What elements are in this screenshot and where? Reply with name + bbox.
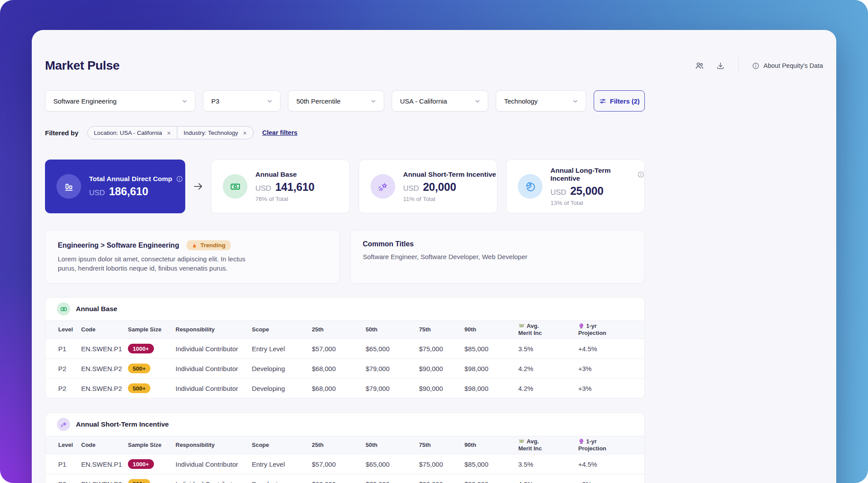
- stat-card-text: Total Annual Direct Comp USD 186,610: [89, 175, 183, 198]
- cell-p90: $98,000: [464, 379, 518, 398]
- column-header: Code: [81, 436, 128, 454]
- close-icon[interactable]: ×: [243, 130, 247, 136]
- common-titles-card: Common Titles Software Engineer, Softwar…: [350, 230, 645, 284]
- download-icon[interactable]: [716, 61, 725, 71]
- cell-p90: $85,000: [464, 454, 518, 474]
- cell-responsibility: Individual Contributor: [176, 454, 252, 474]
- clear-filters-link[interactable]: Clear filters: [262, 129, 298, 136]
- sample-size-badge: 500+: [128, 364, 150, 373]
- sample-size-badge: 500+: [128, 383, 150, 393]
- stat-title: Annual Short-Term Incentive: [403, 171, 496, 178]
- percentile-select[interactable]: 50th Percentile: [288, 90, 384, 111]
- banknote-icon: [57, 302, 70, 316]
- cell-responsibility: Individual Contributor: [176, 474, 252, 483]
- column-header: Code: [81, 321, 128, 339]
- stat-title: Annual Long-Term Incentive: [550, 167, 634, 182]
- annual-base-section: Annual Base LevelCodeSample SizeResponsi…: [45, 297, 645, 398]
- filters-button[interactable]: Filters (2): [594, 90, 645, 111]
- topbar: Market Pulse About Pequity's Data: [45, 57, 823, 74]
- info-icon[interactable]: [176, 175, 183, 182]
- money-wings-icon: [518, 323, 527, 329]
- stat-value: 186,610: [109, 185, 148, 198]
- job-family-select[interactable]: Software Engineering: [45, 90, 195, 111]
- page-title: Market Pulse: [45, 59, 120, 73]
- cell-p75: $75,000: [419, 339, 464, 359]
- chevron-down-icon: [181, 98, 188, 104]
- stat-card-long-term-incentive: Annual Long-Term Incentive USD 25,000 13…: [506, 160, 645, 213]
- cell-level: P1: [45, 339, 81, 359]
- cell-level: P2: [45, 474, 81, 483]
- bar-chart-icon: [56, 174, 81, 199]
- stat-card-short-term-incentive: Annual Short-Term Incentive USD 20,000 1…: [359, 160, 498, 213]
- filter-chip-location[interactable]: Location: USA - California ×: [87, 126, 177, 139]
- industry-select[interactable]: Technology: [496, 90, 586, 111]
- crystal-ball-icon: [578, 438, 586, 445]
- arrow-right-icon: [185, 160, 211, 213]
- stat-value: 20,000: [423, 181, 456, 193]
- filtered-by-row: Filtered by Location: USA - California ×…: [45, 126, 823, 139]
- industry-select-value: Technology: [504, 97, 538, 105]
- stat-card-text: Annual Base USD 141,610 76% of Total: [255, 171, 314, 202]
- cell-sample: 1000+: [128, 339, 176, 359]
- stat-currency: USD: [403, 184, 419, 193]
- cell-responsibility: Individual Contributor: [176, 359, 252, 379]
- stat-cards-row: Total Annual Direct Comp USD 186,610: [45, 160, 645, 213]
- chevron-down-icon: [370, 98, 377, 104]
- cell-scope: Entry Level: [252, 454, 312, 474]
- column-header: Sample Size: [128, 436, 176, 454]
- money-wings-icon: [518, 438, 527, 445]
- cell-p25: $57,000: [312, 339, 366, 359]
- chevron-down-icon: [266, 98, 273, 104]
- about-data-link[interactable]: About Pequity's Data: [752, 62, 823, 70]
- cell-projection: +4.5%: [578, 454, 645, 474]
- filtered-by-label: Filtered by: [45, 129, 79, 137]
- cell-scope: Developing: [252, 359, 312, 379]
- common-titles-heading: Common Titles: [363, 240, 414, 248]
- cell-merit: 3.5%: [518, 454, 578, 474]
- stat-currency: USD: [89, 189, 105, 197]
- cell-p75: $90,000: [419, 474, 464, 483]
- cell-projection: +3%: [578, 379, 645, 398]
- level-select[interactable]: P3: [203, 90, 281, 111]
- cell-projection: +3%: [578, 474, 645, 483]
- stat-subtitle: 76% of Total: [255, 196, 314, 202]
- cell-sample: 500+: [128, 474, 176, 483]
- percentile-select-value: 50th Percentile: [296, 97, 340, 105]
- cell-p75: $90,000: [419, 359, 464, 379]
- users-icon[interactable]: [695, 61, 704, 71]
- cell-scope: Developing: [252, 474, 312, 483]
- filter-chip-industry[interactable]: Industry: Technology ×: [177, 126, 253, 139]
- short-term-incentive-section-header: Annual Short-Term Incentive: [45, 413, 644, 436]
- cell-p50: $79,000: [366, 379, 419, 398]
- cell-p90: $85,000: [464, 339, 518, 359]
- pie-chart-icon: [518, 174, 542, 199]
- info-icon: [752, 62, 760, 70]
- table-row: P1EN.SWEN.P11000+Individual ContributorE…: [45, 339, 645, 359]
- info-icon[interactable]: [637, 171, 644, 178]
- cell-scope: Entry Level: [252, 339, 312, 359]
- close-icon[interactable]: ×: [167, 130, 171, 136]
- chevron-down-icon: [572, 98, 579, 104]
- short-term-incentive-section: Annual Short-Term Incentive LevelCodeSam…: [45, 412, 645, 483]
- stat-value: 25,000: [570, 185, 603, 197]
- common-titles-list: Software Engineer, Software Developer, W…: [363, 252, 632, 261]
- cell-code: EN.SWEN.P2: [81, 379, 128, 398]
- location-select[interactable]: USA - California: [392, 90, 488, 111]
- sample-size-badge: 1000+: [128, 459, 154, 469]
- cell-level: P2: [45, 379, 81, 398]
- cell-code: EN.SWEN.P1: [81, 454, 128, 474]
- column-header: 50th: [366, 321, 419, 339]
- cell-p50: $79,000: [366, 359, 419, 379]
- info-cards-row: Engineering > Software Engineering Trend…: [45, 230, 645, 284]
- cell-projection: +3%: [578, 359, 645, 379]
- column-header: Scope: [252, 436, 312, 454]
- table-row: P2EN.SWEN.P2500+Individual ContributorDe…: [45, 379, 645, 398]
- cell-code: EN.SWEN.P2: [81, 359, 128, 379]
- column-header: 1-yrProjection: [578, 321, 645, 339]
- cell-sample: 500+: [128, 379, 176, 398]
- filter-chip-label: Location: USA - California: [94, 130, 162, 136]
- cell-p25: $68,000: [312, 379, 366, 398]
- annual-base-section-header: Annual Base: [45, 297, 644, 320]
- filter-chip-label: Industry: Technology: [183, 130, 238, 136]
- cell-p25: $68,000: [312, 359, 366, 379]
